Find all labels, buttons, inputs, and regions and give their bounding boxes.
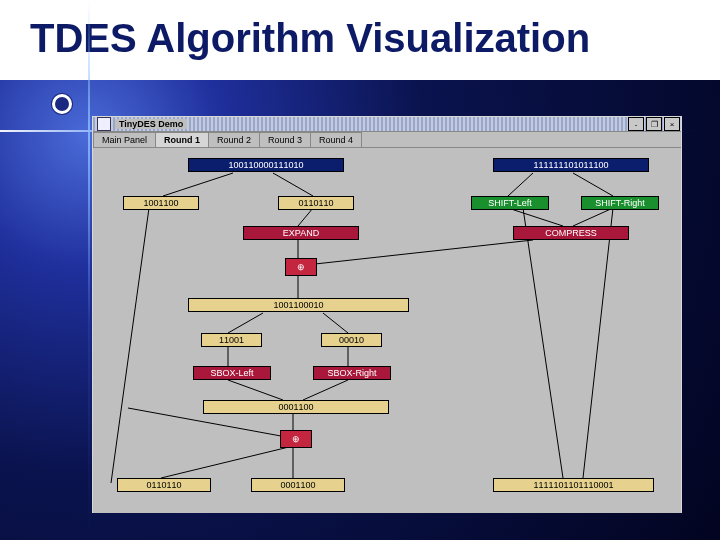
node-xor-1: ⊕ xyxy=(285,258,317,276)
node-shift-right: SHIFT-Right xyxy=(581,196,659,210)
svg-line-12 xyxy=(323,313,348,333)
svg-line-21 xyxy=(523,208,563,478)
svg-line-1 xyxy=(163,173,233,196)
demo-window: TinyDES Demo ‐ ❐ × Main Panel Round 1 Ro… xyxy=(92,116,682,513)
round-canvas: 100110000111010 111111101011100 1001100 … xyxy=(93,148,681,513)
node-sbox-right: SBOX-Right xyxy=(313,366,391,380)
node-next-key: 1111101101110001 xyxy=(493,478,654,492)
tab-bar: Main Panel Round 1 Round 2 Round 3 Round… xyxy=(93,132,681,148)
tab-round-4[interactable]: Round 4 xyxy=(310,132,362,147)
svg-line-3 xyxy=(298,208,313,226)
page-title: TDES Algorithm Visualization xyxy=(20,12,600,67)
bullet-decoration xyxy=(52,94,72,114)
svg-line-8 xyxy=(573,208,613,226)
svg-line-22 xyxy=(583,208,613,478)
svg-line-2 xyxy=(273,173,313,196)
tab-round-2[interactable]: Round 2 xyxy=(208,132,260,147)
svg-line-16 xyxy=(303,380,348,400)
svg-line-5 xyxy=(508,173,533,196)
node-key-bits: 111111101011100 xyxy=(493,158,649,172)
tab-round-1[interactable]: Round 1 xyxy=(155,132,209,147)
node-shift-left: SHIFT-Left xyxy=(471,196,549,210)
node-input-bits: 100110000111010 xyxy=(188,158,344,172)
node-sbox-in-right: 00010 xyxy=(321,333,382,347)
node-sbox-in-left: 11001 xyxy=(201,333,262,347)
window-titlebar: TinyDES Demo ‐ ❐ × xyxy=(93,117,681,132)
close-button[interactable]: × xyxy=(664,117,680,131)
node-sbox-out: 0001100 xyxy=(203,400,389,414)
node-right-half: 0110110 xyxy=(278,196,354,210)
node-compress: COMPRESS xyxy=(513,226,629,240)
svg-line-0 xyxy=(111,208,149,483)
window-icon xyxy=(97,117,111,131)
node-out-left: 0110110 xyxy=(117,478,211,492)
svg-line-7 xyxy=(508,208,563,226)
svg-line-15 xyxy=(228,380,283,400)
node-expand: EXPAND xyxy=(243,226,359,240)
svg-line-6 xyxy=(573,173,613,196)
node-xor-2: ⊕ xyxy=(280,430,312,448)
svg-line-11 xyxy=(228,313,263,333)
maximize-button[interactable]: ❐ xyxy=(646,117,662,131)
svg-line-9 xyxy=(315,240,533,264)
node-sbox-left: SBOX-Left xyxy=(193,366,271,380)
tab-main-panel[interactable]: Main Panel xyxy=(93,132,156,147)
node-out-right: 0001100 xyxy=(251,478,345,492)
svg-line-19 xyxy=(161,446,293,478)
window-title: TinyDES Demo xyxy=(115,119,187,129)
tab-round-3[interactable]: Round 3 xyxy=(259,132,311,147)
node-xor1-out: 1001100010 xyxy=(188,298,409,312)
minimize-button[interactable]: ‐ xyxy=(628,117,644,131)
node-left-half: 1001100 xyxy=(123,196,199,210)
